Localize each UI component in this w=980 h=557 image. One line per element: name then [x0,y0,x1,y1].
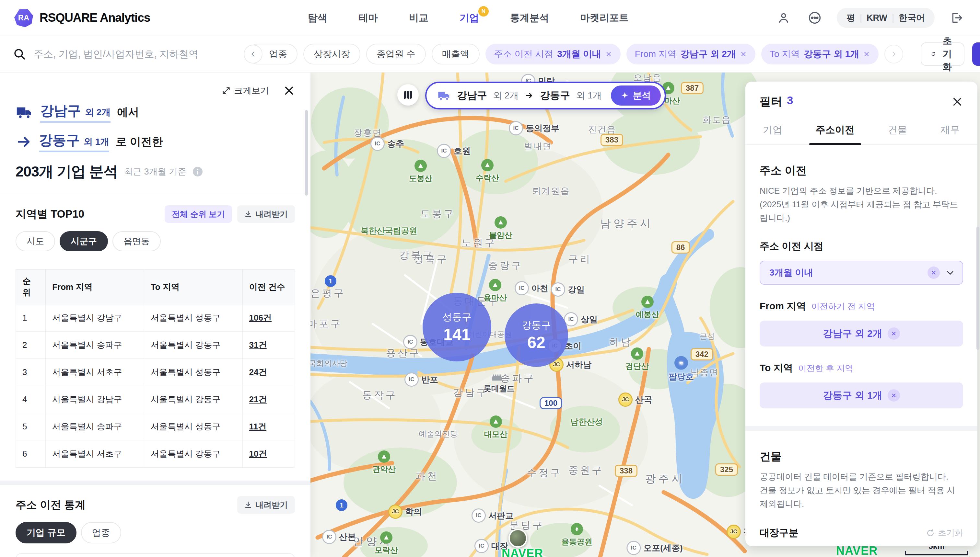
filter-panel-title: 필터 [760,94,782,109]
chip-revenue[interactable]: 매출액 [432,44,480,64]
filter-button[interactable]: 필터 3 [972,42,980,66]
stats-tab-company-size[interactable]: 기업 규모 [16,522,77,543]
table-row[interactable]: 5서울특별시 송파구 서울특별시 성동구11건 [16,413,295,440]
filter-panel-scrollbar[interactable] [977,227,979,350]
map-label-park: 율동공원 [561,523,593,547]
map-label: 중원구 [568,464,603,477]
table-row[interactable]: 4서울특별시 강남구 서울특별시 강동구21건 [16,386,295,413]
reset-filters-button[interactable]: 초기화 [921,42,964,66]
level-tab-sigungu[interactable]: 시군구 [60,231,108,251]
table-row[interactable]: 6서울특별시 서초구 서울특별시 강동구10건 [16,440,295,467]
count-link[interactable]: 21건 [249,394,267,404]
chips-scroll-left-button[interactable] [244,45,263,64]
stats-card [16,553,295,557]
remove-chip-icon[interactable] [605,50,612,58]
count-link[interactable]: 11건 [249,422,267,432]
from-region-value[interactable]: 강남구 외 2개 [760,321,963,347]
to-region-link[interactable]: 강동구외 1개 [39,131,109,152]
active-chip-to-region[interactable]: To 지역 강동구 외 1개 [761,44,879,64]
search-filter-bar: 업종 상장시장 종업원 수 매출액 주소 이전 시점 3개월 이내 From 지… [0,36,980,73]
download-top10-button[interactable]: 내려받기 [237,205,295,223]
map-label-interchange: IC동의정부 [509,121,559,135]
map-label-place: 국회의사당 [309,358,348,368]
clear-to-region-icon[interactable] [888,389,900,402]
from-region-link[interactable]: 강남구외 2개 [40,102,111,123]
close-filter-panel-icon[interactable] [952,96,963,107]
nav-item-market-report[interactable]: 마켓리포트 [580,11,629,24]
map-bubble-seongdong[interactable]: 성동구141 [423,293,491,362]
map-label-interchange: JC학의 [388,505,422,519]
table-row[interactable]: 3서울특별시 서초구 서울특별시 성동구24건 [16,359,295,386]
filter-tab-address-move[interactable]: 주소이전 [812,117,858,145]
search-input[interactable] [34,49,228,60]
region-level-tabs: 시도 시군구 읍면동 [16,231,295,251]
active-chip-move-timing[interactable]: 주소 이전 시점 3개월 이내 [485,44,621,64]
street-view-marker[interactable] [508,529,527,547]
to-region-value[interactable]: 강동구 외 1개 [760,383,963,408]
active-chip-from-region[interactable]: From 지역 강남구 외 2개 [626,44,755,64]
view-all-rank-button[interactable]: 전체 순위 보기 [165,205,232,223]
nav-item-explore[interactable]: 탐색 [308,11,327,24]
analyze-button[interactable]: 분석 [611,85,661,106]
nav-item-company[interactable]: 기업 N [459,11,479,24]
profile-icon[interactable] [774,9,793,27]
search-box[interactable] [13,47,228,60]
filter-tab-company[interactable]: 기업 [760,117,786,145]
filter-tab-building[interactable]: 건물 [884,117,910,145]
stats-section-title: 주소 이전 통계 [16,498,85,512]
main-menu: 탐색 테마 비교 기업 N 통계분석 마켓리포트 [308,11,629,24]
move-timing-label: 주소 이전 시점 [760,239,963,253]
close-panel-icon[interactable] [283,85,295,96]
count-link[interactable]: 31건 [249,340,267,350]
section-divider [745,426,977,431]
move-timing-select[interactable]: 3개월 이내 [760,261,963,285]
brand-name: RSQUARE Analytics [39,11,150,24]
park-icon [571,523,583,535]
chip-employee-count[interactable]: 종업원 수 [366,44,426,64]
map-style-button[interactable] [397,84,419,106]
brand[interactable]: RA RSQUARE Analytics [14,8,150,27]
reset-building-filter-button[interactable]: 초기화 [926,527,963,539]
clear-timing-icon[interactable] [928,267,940,279]
count-link[interactable]: 10건 [249,449,267,459]
chips-scroll-right-button[interactable] [884,45,903,64]
locale-settings-pill[interactable]: 평| KRW| 한국어 [837,8,934,28]
filter-tabs: 기업 주소이전 건물 재무 [745,117,977,145]
clear-from-region-icon[interactable] [888,327,900,340]
download-stats-button[interactable]: 내려받기 [237,496,295,514]
remove-chip-icon[interactable] [863,50,870,58]
map-label: 마포구 [307,318,342,331]
folded-map-icon [402,90,413,100]
map-route-shield: 387 [681,82,704,94]
level-tab-eupmyeondong[interactable]: 읍면동 [113,231,161,251]
enlarge-button[interactable]: 크게보기 [222,85,269,96]
table-header-row: 순위 From 지역 To 지역 이전 건수 [16,270,295,305]
mountain-icon [415,160,427,172]
count-link[interactable]: 106건 [249,313,271,322]
refresh-icon [931,50,936,59]
more-menu-icon[interactable] [806,9,824,27]
map-label: 송파구 [500,372,536,385]
filter-tab-finance[interactable]: 재무 [937,117,963,145]
count-link[interactable]: 24건 [249,367,267,377]
quick-filter-chips: 업종 상장시장 종업원 수 매출액 주소 이전 시점 3개월 이내 From 지… [244,44,903,64]
map-label-interchange: IC산본 [322,530,356,544]
nav-item-theme[interactable]: 테마 [358,11,378,24]
map-bubble-gangdong[interactable]: 강동구62 [505,303,568,367]
table-row[interactable]: 2서울특별시 송파구 서울특별시 강동구31건 [16,332,295,359]
mountain-icon [490,415,502,428]
map-label-mountain: 용마산 [483,279,507,303]
info-icon[interactable] [193,167,203,176]
chip-listed-market[interactable]: 상장시장 [303,44,360,64]
stats-tab-industry[interactable]: 업종 [81,522,121,543]
map-label-interchange: IC강일 [551,282,585,296]
logout-icon[interactable] [947,9,966,27]
left-panel-scrollbar[interactable] [305,110,308,195]
level-tab-sido[interactable]: 시도 [16,231,55,251]
nav-item-compare[interactable]: 비교 [409,11,428,24]
building-section-title: 건물 [760,449,963,464]
remove-chip-icon[interactable] [740,50,747,58]
table-row[interactable]: 1서울특별시 강남구 서울특별시 성동구106건 [16,305,295,332]
map-route-summary-pill[interactable]: 강남구 외 2개 강동구 외 1개 분석 [425,81,666,109]
nav-item-statistics[interactable]: 통계분석 [510,11,549,24]
